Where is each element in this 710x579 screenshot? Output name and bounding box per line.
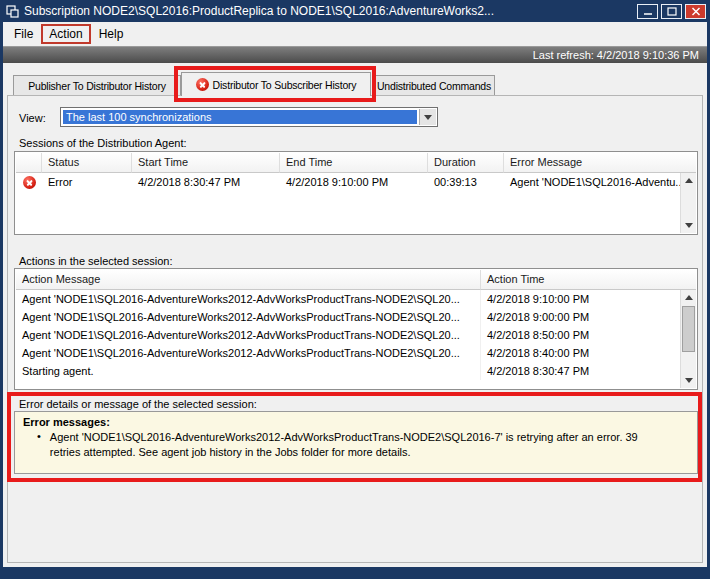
- column-header-icon[interactable]: [16, 153, 42, 173]
- session-status-cell: Error: [42, 176, 132, 188]
- scroll-down-button[interactable]: [681, 373, 696, 388]
- column-header-action-message[interactable]: Action Message: [16, 270, 481, 290]
- menu-bar: File Action Help: [3, 22, 707, 46]
- window-icon: [6, 5, 19, 18]
- scroll-down-button[interactable]: [681, 218, 696, 233]
- sessions-label: Sessions of the Distribution Agent:: [19, 137, 187, 149]
- actions-table: Action Message Action Time Agent 'NODE1\…: [14, 268, 698, 390]
- session-error-cell: Agent 'NODE1\SQL2016-Adventu...: [504, 176, 680, 188]
- scrollbar-thumb[interactable]: [682, 306, 695, 352]
- maximize-icon: [667, 7, 677, 16]
- tab-distributor-to-subscriber-history[interactable]: Distributor To Subscriber History: [181, 72, 371, 96]
- column-header-start-time[interactable]: Start Time: [132, 153, 280, 173]
- error-details-label: Error details or message of the selected…: [19, 398, 257, 410]
- arrow-down-icon: [685, 223, 693, 228]
- bullet-marker: •: [37, 430, 41, 460]
- tab-publisher-to-distributor-history[interactable]: Publisher To Distributor History: [13, 75, 181, 95]
- action-row[interactable]: Starting agent. 4/2/2018 8:30:47 PM: [16, 362, 680, 380]
- arrow-down-icon: [685, 378, 693, 383]
- error-message-item: • Agent 'NODE1\SQL2016-AdventureWorks201…: [23, 430, 689, 460]
- error-messages-heading: Error messages:: [23, 416, 689, 428]
- action-time-cell: 4/2/2018 8:30:47 PM: [481, 365, 680, 377]
- sessions-scrollbar[interactable]: [680, 173, 696, 233]
- client-area: File Action Help Last refresh: 4/2/2018 …: [3, 22, 707, 567]
- maximize-button[interactable]: [661, 4, 682, 19]
- session-end-cell: 4/2/2018 9:10:00 PM: [280, 176, 428, 188]
- actions-body: Agent 'NODE1\SQL2016-AdventureWorks2012-…: [16, 290, 680, 388]
- column-header-duration[interactable]: Duration: [428, 153, 504, 173]
- error-message-text: Agent 'NODE1\SQL2016-AdventureWorks2012-…: [50, 430, 689, 460]
- menu-action[interactable]: Action: [41, 24, 90, 44]
- close-icon: [691, 7, 701, 16]
- column-header-status[interactable]: Status: [42, 153, 132, 173]
- action-row[interactable]: Agent 'NODE1\SQL2016-AdventureWorks2012-…: [16, 290, 680, 308]
- action-message-cell: Agent 'NODE1\SQL2016-AdventureWorks2012-…: [16, 344, 481, 362]
- minimize-button[interactable]: [637, 4, 658, 19]
- title-bar[interactable]: Subscription NODE2\SQL2016:ProductReplic…: [0, 0, 710, 22]
- action-row[interactable]: Agent 'NODE1\SQL2016-AdventureWorks2012-…: [16, 344, 680, 362]
- action-message-cell: Agent 'NODE1\SQL2016-AdventureWorks2012-…: [16, 308, 481, 326]
- subscription-window: Subscription NODE2\SQL2016:ProductReplic…: [0, 0, 710, 579]
- sessions-header-row: Status Start Time End Time Duration Erro…: [16, 153, 696, 173]
- chevron-down-icon: [424, 115, 432, 120]
- sync-filter-dropdown[interactable]: The last 100 synchronizations: [60, 107, 438, 127]
- scroll-up-button[interactable]: [681, 290, 696, 305]
- actions-header-row: Action Message Action Time: [16, 270, 696, 290]
- action-time-cell: 4/2/2018 8:40:00 PM: [481, 347, 680, 359]
- action-time-cell: 4/2/2018 9:10:00 PM: [481, 293, 680, 305]
- action-time-cell: 4/2/2018 9:00:00 PM: [481, 311, 680, 323]
- caption-buttons: [637, 4, 706, 19]
- arrow-up-icon: [685, 178, 693, 183]
- close-button[interactable]: [685, 4, 706, 19]
- last-refresh-text: Last refresh: 4/2/2018 9:10:36 PM: [533, 49, 699, 61]
- view-label: View:: [19, 112, 46, 124]
- action-time-cell: 4/2/2018 8:50:00 PM: [481, 329, 680, 341]
- action-message-cell: Starting agent.: [16, 362, 481, 380]
- column-header-error-message[interactable]: Error Message: [504, 153, 696, 173]
- column-header-end-time[interactable]: End Time: [280, 153, 428, 173]
- action-row[interactable]: Agent 'NODE1\SQL2016-AdventureWorks2012-…: [16, 308, 680, 326]
- sync-filter-value: The last 100 synchronizations: [63, 110, 417, 124]
- session-duration-cell: 00:39:13: [428, 176, 504, 188]
- sessions-table: Status Start Time End Time Duration Erro…: [14, 151, 698, 235]
- tab-label: Publisher To Distributor History: [28, 80, 166, 92]
- menu-help[interactable]: Help: [91, 24, 132, 44]
- action-row[interactable]: Agent 'NODE1\SQL2016-AdventureWorks2012-…: [16, 326, 680, 344]
- window-title: Subscription NODE2\SQL2016:ProductReplic…: [24, 4, 633, 18]
- tab-label: Distributor To Subscriber History: [213, 79, 357, 91]
- menu-file[interactable]: File: [6, 24, 41, 44]
- dropdown-button[interactable]: [419, 109, 436, 125]
- error-icon: [23, 176, 36, 189]
- session-row[interactable]: Error 4/2/2018 8:30:47 PM 4/2/2018 9:10:…: [16, 173, 680, 191]
- session-start-cell: 4/2/2018 8:30:47 PM: [132, 176, 280, 188]
- column-header-action-time[interactable]: Action Time: [481, 270, 696, 290]
- arrow-up-icon: [685, 295, 693, 300]
- sessions-body: Error 4/2/2018 8:30:47 PM 4/2/2018 9:10:…: [16, 173, 680, 233]
- scroll-up-button[interactable]: [681, 173, 696, 188]
- session-status-icon-cell: [16, 173, 42, 191]
- action-message-cell: Agent 'NODE1\SQL2016-AdventureWorks2012-…: [16, 290, 481, 308]
- actions-scrollbar[interactable]: [680, 290, 696, 388]
- tab-label: Undistributed Commands: [377, 80, 491, 92]
- last-refresh-bar: Last refresh: 4/2/2018 9:10:36 PM: [3, 46, 707, 63]
- action-message-cell: Agent 'NODE1\SQL2016-AdventureWorks2012-…: [16, 326, 481, 344]
- error-details-box: Error messages: • Agent 'NODE1\SQL2016-A…: [14, 411, 698, 474]
- actions-label: Actions in the selected session:: [19, 255, 172, 267]
- tab-undistributed-commands[interactable]: Undistributed Commands: [373, 75, 495, 95]
- error-icon: [196, 78, 209, 91]
- minimize-icon: [643, 7, 653, 16]
